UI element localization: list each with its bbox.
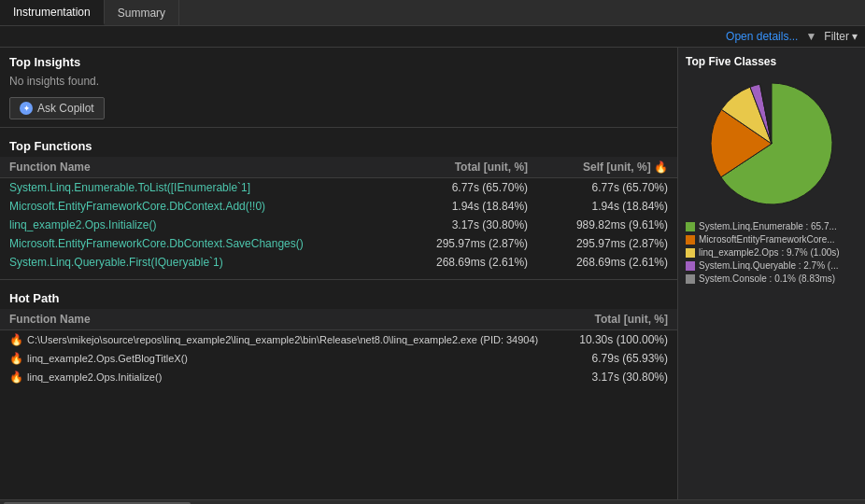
function-link[interactable]: linq_example2.Ops.Initialize()	[9, 218, 156, 231]
hot-path-link[interactable]: linq_example2.Ops.Initialize()	[27, 371, 162, 383]
pie-chart-svg	[702, 74, 842, 214]
function-link[interactable]: Microsoft.EntityFrameworkCore.DbContext.…	[9, 237, 304, 250]
table-row: System.Linq.Queryable.First(IQueryable`1…	[0, 253, 677, 272]
legend-color	[686, 235, 695, 245]
table-row: 🔥C:\Users\mikejo\source\repos\linq_examp…	[0, 330, 677, 350]
hot-col-header-function-name: Function Name	[0, 309, 560, 330]
cell-total: 10.30s (100.00%)	[560, 330, 677, 350]
divider-1	[0, 127, 677, 128]
cell-self: 295.97ms (2.87%)	[537, 234, 677, 253]
legend-color	[686, 261, 695, 271]
legend-container: System.Linq.Enumerable : 65.7... Microso…	[686, 221, 858, 287]
filter-dropdown-icon: ▾	[852, 30, 858, 43]
tab-bar: Instrumentation Summary	[0, 0, 865, 26]
legend-item: linq_example2.Ops : 9.7% (1.00s)	[686, 247, 858, 258]
cell-self: 6.77s (65.70%)	[537, 178, 677, 198]
cell-total: 6.79s (65.93%)	[560, 349, 677, 368]
legend-color	[686, 274, 695, 284]
filter-label: Filter	[824, 30, 849, 43]
exe-icon: 🔥	[9, 333, 23, 346]
table-row: 🔥linq_example2.Ops.Initialize() 3.17s (3…	[0, 368, 677, 386]
hot-col-header-total: Total [unit, %]	[560, 309, 677, 330]
flame-icon-header: 🔥	[654, 161, 668, 174]
legend-item: System.Linq.Enumerable : 65.7...	[686, 221, 858, 231]
top-functions-table: Function Name Total [unit, %] Self [unit…	[0, 157, 677, 272]
table-row: linq_example2.Ops.Initialize() 3.17s (30…	[0, 216, 677, 234]
function-link[interactable]: System.Linq.Enumerable.ToList([IEnumerab…	[9, 181, 250, 194]
table-row: Microsoft.EntityFrameworkCore.DbContext.…	[0, 197, 677, 216]
legend-item: System.Console : 0.1% (8.83ms)	[686, 273, 858, 284]
flame-icon: 🔥	[9, 352, 23, 365]
tab-instrumentation[interactable]: Instrumentation	[0, 0, 105, 25]
col-header-function-name: Function Name	[0, 157, 397, 178]
right-panel: Top Five Classes System.Linq.Enumerable …	[678, 48, 865, 499]
right-inner: Top Five Classes System.Linq.Enumerable …	[686, 55, 858, 492]
legend-label: System.Linq.Enumerable : 65.7...	[699, 221, 837, 231]
function-link[interactable]: System.Linq.Queryable.First(IQueryable`1…	[9, 256, 223, 269]
table-row: Microsoft.EntityFrameworkCore.DbContext.…	[0, 234, 677, 253]
cell-total: 3.17s (30.80%)	[397, 216, 537, 234]
cell-self: 1.94s (18.84%)	[537, 197, 677, 216]
cell-total: 6.77s (65.70%)	[397, 178, 537, 198]
col-self-label: Self [unit, %]	[583, 161, 651, 174]
cell-total: 295.97ms (2.87%)	[397, 234, 537, 253]
pie-title: Top Five Classes	[686, 55, 858, 68]
flame-icon: 🔥	[9, 371, 23, 384]
left-panel: Top Insights No insights found. ✦ Ask Co…	[0, 48, 678, 499]
top-insights-title: Top Insights	[0, 48, 677, 73]
table-row: System.Linq.Enumerable.ToList([IEnumerab…	[0, 178, 677, 198]
bottom-scrollbar[interactable]	[0, 499, 865, 504]
legend-item: MicrosoftEntityFrameworkCore...	[686, 234, 858, 245]
function-link[interactable]: Microsoft.EntityFrameworkCore.DbContext.…	[9, 200, 265, 213]
cell-total: 3.17s (30.80%)	[560, 368, 677, 386]
toolbar: Open details... ▼ Filter ▾	[0, 26, 865, 48]
copilot-icon: ✦	[20, 102, 33, 115]
tab-instrumentation-label: Instrumentation	[13, 6, 91, 19]
hot-path-table: Function Name Total [unit, %] 🔥C:\Users\…	[0, 309, 677, 386]
filter-button[interactable]: Filter ▾	[824, 30, 858, 43]
col-header-total: Total [unit, %]	[397, 157, 537, 178]
legend-item: System.Linq.Queryable : 2.7% (...	[686, 260, 858, 271]
cell-total: 1.94s (18.84%)	[397, 197, 537, 216]
tab-summary[interactable]: Summary	[105, 0, 179, 25]
legend-color	[686, 248, 695, 258]
legend-label: MicrosoftEntityFrameworkCore...	[699, 234, 835, 245]
table-row: 🔥linq_example2.Ops.GetBlogTitleX() 6.79s…	[0, 349, 677, 368]
divider-2	[0, 279, 677, 280]
hot-path-link[interactable]: linq_example2.Ops.GetBlogTitleX()	[27, 353, 188, 364]
legend-label: System.Linq.Queryable : 2.7% (...	[699, 260, 839, 271]
no-insights-text: No insights found.	[0, 73, 677, 93]
legend-color	[686, 222, 695, 231]
hot-path-title: Hot Path	[0, 284, 677, 309]
tab-summary-label: Summary	[118, 7, 165, 20]
pie-container	[686, 74, 858, 214]
main-layout: Top Insights No insights found. ✦ Ask Co…	[0, 48, 865, 499]
cell-self: 989.82ms (9.61%)	[537, 216, 677, 234]
legend-label: linq_example2.Ops : 9.7% (1.00s)	[699, 247, 840, 258]
ask-copilot-label: Ask Copilot	[37, 102, 94, 115]
top-functions-title: Top Functions	[0, 132, 677, 157]
legend-label: System.Console : 0.1% (8.83ms)	[699, 273, 835, 284]
cell-self: 268.69ms (2.61%)	[537, 253, 677, 272]
open-details-link[interactable]: Open details...	[726, 30, 798, 43]
cell-total: 268.69ms (2.61%)	[397, 253, 537, 272]
col-header-self: Self [unit, %] 🔥	[537, 157, 677, 178]
ask-copilot-button[interactable]: ✦ Ask Copilot	[9, 97, 105, 119]
hot-path-link[interactable]: C:\Users\mikejo\source\repos\linq_exampl…	[27, 334, 538, 345]
filter-funnel-icon: ▼	[805, 30, 816, 43]
